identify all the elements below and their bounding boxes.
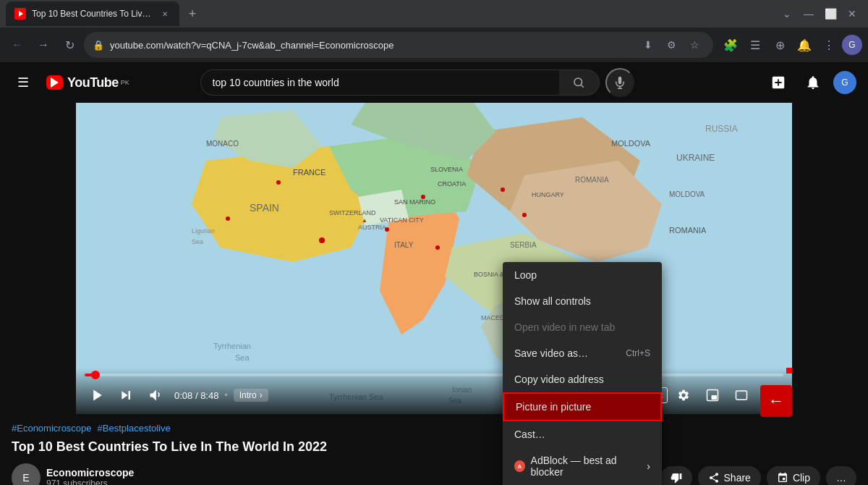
svg-marker-60 — [122, 391, 127, 400]
main-content: SPAIN FRANCE ITALY Ligurian Sea Tyrrheni… — [0, 103, 868, 485]
notifications-button[interactable] — [799, 68, 827, 97]
clip-button[interactable]: Clip — [767, 466, 820, 485]
progress-fill — [85, 374, 95, 376]
svg-text:SERBIA: SERBIA — [510, 241, 537, 249]
close-button[interactable]: ✕ — [842, 4, 862, 24]
search-bar — [200, 68, 634, 97]
channel-info: Economicroscope 971 subscribers — [46, 467, 522, 485]
extensions-button[interactable]: ☰ — [744, 33, 767, 56]
context-menu-cast[interactable]: Cast… — [503, 421, 662, 447]
back-overlay-button[interactable]: ← — [760, 385, 792, 417]
svg-text:CROATIA: CROATIA — [438, 180, 466, 187]
tab-close-button[interactable]: ✕ — [159, 8, 171, 20]
youtube-logo-text: YouTube — [67, 75, 119, 90]
svg-text:HUNGARY: HUNGARY — [532, 191, 564, 198]
context-menu-show-controls[interactable]: Show all controls — [503, 288, 662, 314]
adblock-icon: A — [514, 460, 525, 472]
tab-bar: Top 10 Best Countries To Live In T... ✕ … — [0, 0, 868, 28]
star-icon[interactable]: ☆ — [684, 35, 705, 55]
below-video: #Economicroscope #Bestplacestolive Top 1… — [0, 414, 868, 485]
next-button[interactable] — [114, 382, 140, 408]
svg-text:Tyrrhenian: Tyrrhenian — [213, 342, 251, 350]
search-button[interactable] — [559, 69, 600, 96]
dislike-button[interactable] — [660, 466, 692, 485]
context-menu: Loop Show all controls Open video in new… — [503, 262, 662, 485]
browser-notifications[interactable]: 🔔 — [793, 33, 816, 56]
tag-bestplacestolive[interactable]: #Bestplacestolive — [98, 423, 171, 434]
theater-mode-button[interactable] — [728, 382, 754, 408]
download-icon[interactable]: ⬇ — [638, 35, 658, 55]
profile-icon[interactable]: 🧩 — [719, 33, 742, 56]
separator: • — [224, 390, 227, 400]
loop-label: Loop — [514, 269, 537, 281]
browser-avatar[interactable]: G — [842, 35, 862, 55]
address-bar[interactable]: 🔒 youtube.com/watch?v=qCNA_j-7cw&ab_chan… — [84, 32, 713, 58]
svg-point-43 — [319, 237, 325, 243]
maximize-button[interactable]: ⬜ — [820, 4, 841, 24]
share-button[interactable]: Share — [698, 466, 761, 485]
svg-text:AUSTRIA: AUSTRIA — [358, 224, 386, 231]
cast-button[interactable]: ⊕ — [768, 33, 791, 56]
settings-button[interactable] — [671, 382, 697, 408]
svg-text:ROMANIA: ROMANIA — [575, 176, 609, 184]
context-menu-pip[interactable]: Picture in picture — [503, 392, 662, 421]
forward-nav-button[interactable]: → — [32, 33, 55, 56]
adblock-label: AdBlock — best ad blocker — [531, 455, 642, 478]
youtube-logo-icon — [46, 75, 63, 90]
context-menu-loop[interactable]: Loop — [503, 262, 662, 288]
svg-point-2 — [574, 78, 582, 86]
svg-text:Sea: Sea — [235, 353, 250, 362]
svg-marker-62 — [150, 390, 156, 401]
create-button[interactable] — [764, 68, 793, 97]
voice-search-button[interactable] — [605, 68, 634, 97]
svg-rect-64 — [712, 395, 718, 400]
browser-tab-active[interactable]: Top 10 Best Countries To Live In T... ✕ — [6, 1, 179, 26]
context-menu-copy-address[interactable]: Copy video address — [503, 366, 662, 392]
browser-toolbar: 🧩 ☰ ⊕ 🔔 ⋮ G — [719, 33, 862, 56]
svg-text:VATICAN CITY: VATICAN CITY — [380, 216, 424, 224]
svg-rect-61 — [129, 391, 131, 400]
svg-text:BOSNIA &: BOSNIA & — [474, 271, 504, 278]
channel-name[interactable]: Economicroscope — [46, 467, 522, 478]
share-label: Share — [724, 472, 751, 484]
youtube-avatar[interactable]: G — [833, 71, 856, 94]
hamburger-menu[interactable]: ☰ — [12, 71, 35, 94]
svg-text:ROMANIA: ROMANIA — [669, 226, 707, 235]
context-menu-adblock[interactable]: A AdBlock — best ad blocker › — [503, 447, 662, 485]
browser-menu-button[interactable]: ⋮ — [817, 33, 841, 56]
context-menu-save-video[interactable]: Save video as… Ctrl+S — [503, 340, 662, 366]
tab-overflow-button[interactable]: ⌄ — [777, 4, 797, 24]
back-nav-button[interactable]: ← — [6, 33, 29, 56]
progress-bar[interactable] — [85, 374, 783, 376]
channel-avatar[interactable]: E — [12, 463, 41, 485]
svg-text:ITALY: ITALY — [394, 241, 414, 249]
youtube-header-right: G — [764, 68, 856, 97]
context-menu-open-new-tab[interactable]: Open video in new tab — [503, 314, 662, 340]
video-player[interactable]: SPAIN FRANCE ITALY Ligurian Sea Tyrrheni… — [76, 103, 792, 414]
intro-badge[interactable]: Intro › — [234, 389, 268, 402]
save-shortcut: Ctrl+S — [626, 348, 650, 358]
miniplayer-button[interactable] — [699, 382, 726, 408]
minimize-button[interactable]: — — [799, 4, 819, 24]
svg-marker-59 — [93, 390, 102, 401]
volume-button[interactable] — [142, 382, 169, 408]
settings-badge — [786, 368, 792, 374]
address-bar-row: ← → ↻ 🔒 youtube.com/watch?v=qCNA_j-7cw&a… — [0, 28, 868, 62]
more-button[interactable]: … — [826, 466, 856, 485]
svg-text:MOLDOVA: MOLDOVA — [611, 139, 651, 148]
search-input[interactable] — [200, 69, 559, 96]
video-tags: #Economicroscope #Bestplacestolive — [0, 420, 868, 436]
svg-text:RUSSIA: RUSSIA — [705, 124, 738, 134]
svg-point-50 — [226, 216, 230, 221]
youtube-pk-label: PK — [121, 79, 129, 86]
video-controls: 0:08 / 8:48 • Intro › Screenshot CC — [76, 368, 792, 414]
controls-row: 0:08 / 8:48 • Intro › Screenshot CC — [85, 382, 783, 408]
svg-line-3 — [582, 85, 584, 87]
intro-label: Intro — [239, 390, 257, 400]
tag-economicroscope[interactable]: #Economicroscope — [12, 423, 92, 434]
new-tab-button[interactable]: + — [182, 4, 203, 24]
play-button[interactable] — [85, 382, 111, 408]
youtube-logo[interactable]: YouTubePK — [46, 75, 129, 90]
extension-icon[interactable]: ⚙ — [661, 35, 681, 55]
refresh-button[interactable]: ↻ — [58, 33, 81, 56]
